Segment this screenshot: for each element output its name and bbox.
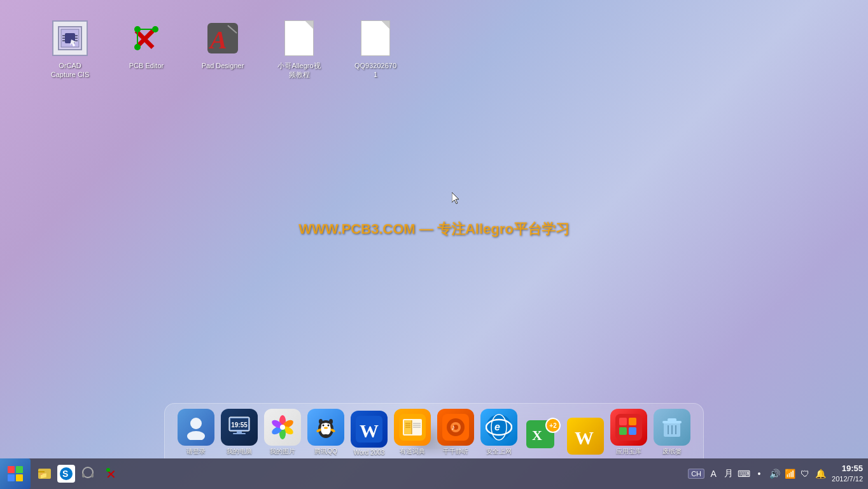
tray-dot-icon: • bbox=[753, 467, 766, 480]
desktop-icon-xiao-ge[interactable]: 小哥Allegro视 频教程 bbox=[274, 19, 325, 80]
svg-rect-92 bbox=[82, 474, 85, 478]
clock-date: 2012/7/12 bbox=[832, 474, 863, 483]
xiao-ge-label: 小哥Allegro视 频教程 bbox=[277, 61, 320, 80]
dock-item-word-2003[interactable]: W Word 2003 bbox=[348, 411, 390, 458]
svg-marker-20 bbox=[452, 192, 459, 204]
svg-rect-71 bbox=[615, 414, 642, 441]
app-store-icon bbox=[610, 409, 647, 446]
svg-point-42 bbox=[324, 427, 328, 429]
svg-point-21 bbox=[190, 418, 202, 429]
qq-file-label: QQ93202670 1 bbox=[354, 61, 396, 80]
svg-rect-84 bbox=[8, 474, 15, 481]
ie-label: 安全上网 bbox=[486, 447, 512, 458]
trash-icon bbox=[654, 409, 690, 446]
svg-rect-82 bbox=[8, 466, 15, 473]
word-icon: W bbox=[351, 411, 388, 448]
svg-rect-72 bbox=[619, 418, 627, 425]
login-label: 请登录 bbox=[186, 447, 206, 458]
youdao-label: 有道词典 bbox=[400, 447, 425, 458]
dock-item-word-gold[interactable]: W bbox=[564, 418, 606, 458]
desktop-icon-orcad[interactable]: OrCAD Capture CIS bbox=[45, 19, 95, 80]
music-label: 千千静听 bbox=[443, 447, 468, 458]
dock-item-youdao[interactable]: 有道词典 bbox=[391, 409, 433, 458]
svg-rect-73 bbox=[629, 418, 636, 425]
svg-point-40 bbox=[323, 425, 325, 427]
dock-item-app-store[interactable]: 应用宝库 bbox=[608, 409, 650, 458]
tray-security-icon[interactable]: 🛡 bbox=[799, 467, 811, 480]
tray-j-icon[interactable]: 月 bbox=[722, 467, 735, 480]
my-photos-label: 我的图片 bbox=[270, 447, 295, 458]
svg-rect-93 bbox=[91, 474, 94, 478]
taskbar: 📁 S ✕ CH A 月 ⌨ • 🔊 bbox=[0, 458, 868, 489]
quick-launch: 📁 S ✕ bbox=[31, 462, 126, 485]
svg-point-47 bbox=[329, 419, 333, 424]
qq-file-icon bbox=[356, 19, 395, 57]
desktop-icon-qq-file[interactable]: QQ93202670 1 bbox=[350, 19, 401, 80]
mouse-cursor bbox=[452, 192, 459, 204]
photo-icon bbox=[264, 409, 301, 446]
tray-input-icon[interactable]: A bbox=[707, 467, 720, 480]
svg-text:S: S bbox=[62, 469, 68, 479]
svg-text:e: e bbox=[494, 422, 500, 432]
dock-item-ie[interactable]: e 安全上网 bbox=[478, 409, 520, 458]
word-gold-icon: W bbox=[567, 418, 604, 455]
clock-time: 19:55 bbox=[832, 464, 863, 474]
youdao-icon bbox=[394, 409, 431, 446]
taskbar-headphone[interactable] bbox=[76, 462, 99, 485]
pcb-editor-label: PCB Editor bbox=[129, 61, 164, 70]
dock-item-login[interactable]: 请登录 bbox=[175, 409, 217, 458]
svg-text:♪: ♪ bbox=[451, 423, 455, 432]
svg-point-35 bbox=[280, 425, 285, 430]
pad-designer-label: Pad Designer bbox=[202, 61, 244, 70]
desktop-icon-pcb-editor[interactable]: ✕ PCB Editor bbox=[121, 19, 172, 80]
svg-rect-75 bbox=[629, 427, 636, 435]
dock-item-music[interactable]: ♪ 千千静听 bbox=[435, 409, 477, 458]
svg-point-41 bbox=[328, 425, 330, 427]
dock-item-my-computer[interactable]: 19:55 我的电脑 bbox=[218, 409, 260, 458]
pcb-editor-icon: ✕ bbox=[127, 19, 165, 57]
orcad-icon bbox=[51, 19, 89, 57]
taskbar-sogou[interactable]: S bbox=[57, 465, 75, 483]
dock-item-qq[interactable]: 腾讯QQ bbox=[305, 409, 347, 458]
xiao-ge-file-icon bbox=[280, 19, 318, 57]
svg-point-95 bbox=[106, 468, 110, 472]
start-button[interactable] bbox=[0, 458, 31, 489]
tray-notification-icon[interactable]: 🔔 bbox=[814, 467, 827, 480]
svg-text:A: A bbox=[208, 25, 227, 54]
dock-item-my-photos[interactable]: 我的图片 bbox=[262, 409, 304, 458]
svg-rect-26 bbox=[237, 431, 242, 433]
taskbar-explorer[interactable]: 📁 bbox=[33, 462, 56, 485]
qq-label: 腾讯QQ bbox=[314, 447, 337, 458]
tray-network-icon[interactable]: 📶 bbox=[783, 467, 796, 480]
qq-icon bbox=[307, 409, 344, 446]
svg-text:19:55: 19:55 bbox=[231, 422, 248, 429]
svg-point-22 bbox=[187, 431, 205, 440]
svg-rect-27 bbox=[233, 433, 246, 434]
svg-rect-85 bbox=[16, 474, 23, 481]
dock-item-trash[interactable]: 废纸篓 bbox=[651, 409, 693, 458]
svg-text:W: W bbox=[575, 427, 594, 448]
word-2003-label: Word 2003 bbox=[354, 449, 385, 458]
desktop: OrCAD Capture CIS ✕ PCB Editor bbox=[0, 0, 868, 458]
app-store-label: 应用宝库 bbox=[616, 447, 641, 458]
taskbar-pcb[interactable]: ✕ bbox=[101, 462, 123, 485]
tray-volume-icon[interactable]: 🔊 bbox=[768, 467, 781, 480]
svg-text:W: W bbox=[360, 420, 379, 441]
svg-point-46 bbox=[319, 419, 323, 424]
dock-inner-container: 请登录 19:55 我的电脑 bbox=[164, 403, 704, 458]
application-dock: 请登录 19:55 我的电脑 bbox=[0, 401, 868, 458]
pad-designer-icon: A bbox=[204, 19, 242, 57]
ie-icon: e bbox=[480, 409, 517, 446]
monitor-icon: 19:55 bbox=[221, 409, 258, 446]
tray-keyboard-icon[interactable]: ⌨ bbox=[738, 467, 750, 480]
language-indicator[interactable]: CH bbox=[688, 469, 704, 479]
svg-text:X: X bbox=[532, 427, 542, 443]
dock-item-office[interactable]: X +2 bbox=[521, 418, 563, 458]
svg-rect-74 bbox=[619, 427, 627, 435]
svg-rect-83 bbox=[16, 466, 23, 473]
system-clock[interactable]: 19:55 2012/7/12 bbox=[832, 464, 863, 483]
music-icon: ♪ bbox=[437, 409, 474, 446]
user-icon bbox=[178, 409, 214, 446]
desktop-icon-pad-designer[interactable]: A Pad Designer bbox=[197, 19, 248, 80]
svg-text:📁: 📁 bbox=[39, 471, 48, 479]
